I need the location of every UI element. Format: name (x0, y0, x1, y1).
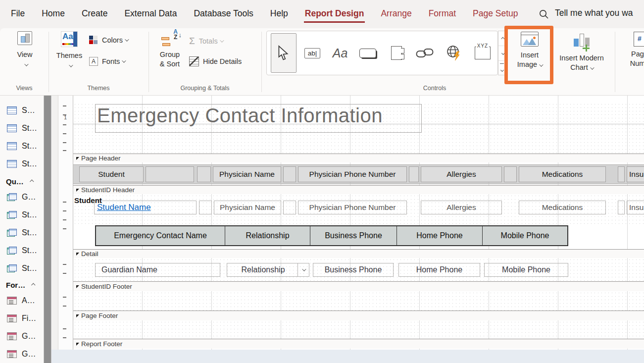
caption-empty-cell[interactable] (618, 166, 625, 182)
label-tool[interactable]: Aa (329, 31, 351, 75)
main-area: S… St… St… St… Qu… G… St… St… St… St… Fo… (0, 96, 644, 363)
caption-empty-cell[interactable] (146, 166, 194, 182)
gallery-scroll-down-button[interactable] (498, 46, 505, 61)
contact-header-name[interactable]: Emergency Contact Name (96, 226, 225, 245)
nav-item-query[interactable]: St… (0, 261, 44, 276)
fonts-button[interactable]: A Fonts (89, 57, 125, 66)
tab-file[interactable]: File (10, 5, 26, 23)
nav-item-form[interactable]: G… (0, 329, 44, 344)
caption-empty-cell[interactable] (504, 166, 517, 182)
nav-item-form[interactable]: G… (0, 347, 44, 362)
insert-image-button[interactable]: Insert Image (510, 32, 549, 69)
caption-physician-name[interactable]: Physician Name (213, 166, 281, 182)
chevron-down-icon (125, 37, 129, 41)
physician-name-field[interactable]: Physician Name (214, 201, 281, 214)
studentid-header-section-bar[interactable]: StudentID Header (73, 185, 644, 194)
report-footer-section-bar[interactable]: Report Footer (73, 339, 644, 349)
tab-help[interactable]: Help (269, 5, 289, 23)
page-footer-section-bar[interactable]: Page Footer (73, 311, 644, 320)
empty-field-box[interactable] (618, 201, 625, 214)
tab-report-design[interactable]: Report Design (304, 5, 365, 23)
nav-item-table[interactable]: St… (0, 156, 44, 171)
contact-header-business-phone[interactable]: Business Phone (310, 226, 397, 245)
student-name-hyperlink-box[interactable]: Student Name (94, 201, 197, 214)
page-header-section-bar[interactable]: Page Header (73, 154, 644, 162)
tab-format[interactable]: Format (428, 5, 457, 23)
contact-subtable-header[interactable]: Emergency Contact Name Relationship Busi… (95, 225, 568, 246)
caption-physician-phone[interactable]: Physician Phone Number (298, 166, 407, 182)
mobile-phone-field[interactable]: Mobile Phone (484, 263, 568, 277)
vertical-ruler[interactable]: 1 (58, 96, 73, 363)
tab-home[interactable]: Home (41, 5, 66, 23)
studentid-footer-section-bar[interactable]: StudentID Footer (73, 281, 644, 291)
relationship-combobox[interactable]: Relationship (227, 263, 309, 277)
hyperlink-tool[interactable] (412, 31, 438, 75)
view-button[interactable]: View (11, 31, 39, 68)
nav-item-form[interactable]: Fi… (0, 311, 44, 326)
caption-medications[interactable]: Medications (519, 166, 606, 182)
themes-button[interactable]: Aa Themes (55, 31, 83, 69)
unbound-object-frame-tool[interactable]: XYZ (471, 31, 495, 75)
navigation-pane: S… St… St… St… Qu… G… St… St… St… St… Fo… (0, 96, 44, 363)
caption-empty-cell[interactable] (409, 166, 419, 182)
group-and-sort-button[interactable]: AZ ↓ Group& Sort (153, 30, 186, 69)
contact-header-relationship[interactable]: Relationship (225, 226, 310, 245)
page-numbers-label: Page Numb (620, 50, 644, 68)
nav-item-table[interactable]: S… (0, 103, 44, 118)
gallery-scroll-up-button[interactable] (498, 31, 505, 46)
caption-allergies[interactable]: Allergies (421, 166, 502, 182)
allergies-field[interactable]: Allergies (421, 201, 502, 214)
gallery-more-button[interactable] (498, 61, 505, 76)
chain-link-icon (416, 48, 435, 58)
page-numbers-button[interactable]: # Page Numb (620, 32, 644, 68)
nav-section-forms[interactable]: For… (0, 277, 44, 292)
insert-modern-chart-button[interactable]: Insert Modern Chart (550, 32, 613, 72)
caption-insurance[interactable]: Insu (627, 166, 644, 182)
nav-item-query[interactable]: St… (0, 225, 44, 240)
contact-header-home-phone[interactable]: Home Phone (397, 226, 483, 245)
empty-field-box[interactable] (283, 201, 296, 214)
hide-details-button[interactable]: Hide Details (189, 56, 242, 66)
group-sort-icon: AZ ↓ (161, 30, 178, 50)
colors-button[interactable]: Colors (89, 36, 128, 45)
caption-empty-cell[interactable] (283, 166, 296, 182)
insurance-field[interactable]: Insu (627, 201, 644, 214)
physician-phone-field[interactable]: Physician Phone Number (298, 201, 407, 214)
nav-item-query[interactable]: St… (0, 207, 44, 222)
combo-dropdown-button[interactable] (297, 263, 309, 276)
tab-arrange[interactable]: Arrange (380, 5, 412, 23)
tab-database-tools[interactable]: Database Tools (193, 5, 254, 23)
select-tool[interactable] (271, 33, 297, 73)
nav-pane-scrollbar[interactable] (44, 96, 51, 363)
contact-header-mobile-phone[interactable]: Mobile Phone (483, 226, 567, 245)
button-tool[interactable] (356, 31, 380, 75)
student-label[interactable]: Student (74, 196, 102, 205)
tab-external-data[interactable]: External Data (123, 5, 178, 23)
caption-student[interactable]: Student (79, 166, 144, 182)
query-icon (7, 264, 17, 272)
tab-page-setup[interactable]: Page Setup (472, 5, 519, 23)
empty-field-box[interactable] (199, 201, 212, 214)
business-phone-field[interactable]: Business Phone (313, 263, 394, 277)
textbox-tool[interactable]: ab| (301, 31, 323, 75)
nav-item-form[interactable]: A… (0, 293, 44, 308)
nav-item-query[interactable]: G… (0, 190, 44, 205)
tab-create[interactable]: Create (81, 5, 109, 23)
sigma-icon: Σ (189, 36, 195, 47)
chevron-down-icon (122, 58, 126, 62)
search-icon[interactable] (539, 9, 549, 22)
nav-item-table[interactable]: St… (0, 139, 44, 154)
guardian-name-field[interactable]: Guardian Name (95, 263, 220, 277)
tab-control-tool[interactable] (386, 31, 407, 75)
medications-field[interactable]: Medications (519, 201, 606, 214)
web-browser-control-tool[interactable] (442, 31, 467, 75)
nav-item-table[interactable]: St… (0, 121, 44, 136)
detail-section-bar[interactable]: Detail (73, 249, 644, 258)
student-name-hyperlink[interactable]: Student Name (97, 203, 151, 212)
nav-section-queries[interactable]: Qu… (0, 174, 44, 189)
nav-item-query[interactable]: St… (0, 243, 44, 258)
tell-me-search-input[interactable]: Tell me what you wa (555, 8, 644, 18)
home-phone-field[interactable]: Home Phone (398, 263, 480, 277)
section-marker-icon (76, 285, 79, 288)
caption-empty-cell[interactable] (197, 166, 211, 182)
